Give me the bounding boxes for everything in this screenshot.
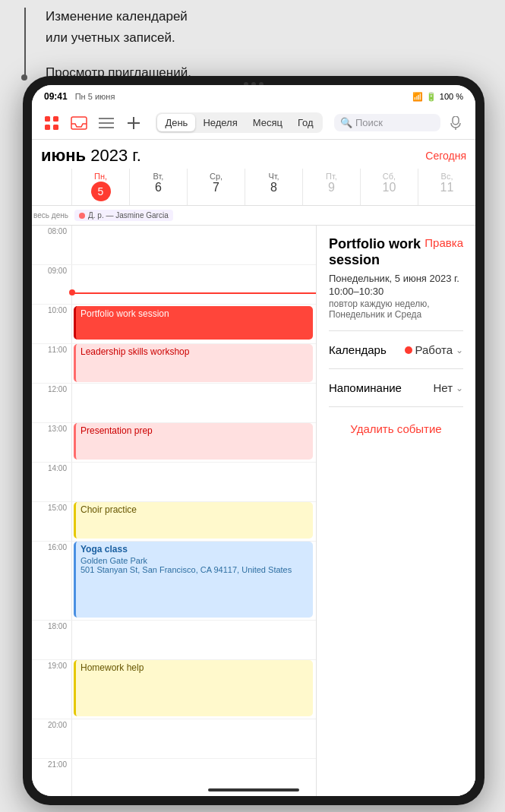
- detail-repeat: повтор каждую неделю, Понедельник и Сред…: [329, 299, 463, 320]
- time-label-2100: 21:00: [32, 759, 71, 796]
- ipad-screen: 09:41 Пн 5 июня 📶 🔋 100 %: [32, 85, 475, 796]
- day-headers: Пн, 5 Вт, 6 Ср, 7 Чт, 8 Пт, 9 Сб, 10: [32, 169, 475, 206]
- day-header-sun[interactable]: Вс, 11: [418, 169, 475, 205]
- main-content: 08:00 09:00: [32, 226, 475, 796]
- tab-day[interactable]: День: [157, 114, 195, 131]
- reminder-chevron-icon: ⌄: [456, 383, 463, 393]
- search-placeholder: Поиск: [355, 117, 383, 128]
- time-label-1600: 16:00: [32, 542, 71, 620]
- svg-rect-1: [53, 116, 58, 122]
- detail-pane: Portfolio work session Правка Понедельни…: [317, 226, 475, 796]
- current-time-dot: [69, 289, 75, 295]
- slot-content-1400: [71, 463, 316, 501]
- list-icon[interactable]: [96, 112, 117, 134]
- event-title-presentation: Presentation prep: [80, 425, 153, 436]
- event-title-leadership: Leadership skills workshop: [80, 346, 189, 357]
- time-label-1400: 14:00: [32, 463, 71, 501]
- day-label-sat: Сб,: [383, 172, 396, 181]
- day-num-tue: 6: [130, 181, 187, 194]
- slot-content-1300: Presentation prep: [71, 423, 316, 462]
- grid-icon[interactable]: [41, 112, 62, 134]
- event-homework[interactable]: Homework help: [74, 660, 313, 716]
- day-label-tue: Вт,: [153, 172, 164, 181]
- tab-year[interactable]: Год: [290, 114, 321, 131]
- annotation-line1: Изменение календарей: [46, 8, 289, 26]
- time-label-1000: 10:00: [32, 305, 71, 343]
- battery-percent: 100 %: [440, 92, 463, 101]
- day-num-sat: 10: [361, 181, 418, 194]
- annotation-block: Изменение календарей или учетных записей…: [46, 8, 289, 84]
- detail-date: Понедельник, 5 июня 2023 г.: [329, 273, 463, 284]
- svg-rect-0: [45, 116, 50, 122]
- event-title-choir: Choir practice: [80, 504, 137, 515]
- day-label-wed: Ср,: [210, 172, 223, 181]
- calendar-color-dot: [405, 346, 412, 354]
- event-title-homework: Homework help: [80, 662, 144, 673]
- event-choir[interactable]: Choir practice: [74, 502, 313, 539]
- slot-1000: 10:00 Portfolio work session: [32, 305, 316, 344]
- microphone-icon[interactable]: [445, 112, 466, 134]
- slot-content-1800: [71, 621, 316, 659]
- detail-reminder-row: Напоминание Нет ⌄: [329, 375, 463, 400]
- event-yoga-location: Golden Gate Park501 Stanyan St, San Fran…: [80, 556, 308, 574]
- event-presentation[interactable]: Presentation prep: [74, 423, 313, 460]
- toolbar-right: 🔍 Поиск: [334, 112, 466, 134]
- day-num-fri: 9: [303, 181, 360, 194]
- day-header-sat[interactable]: Сб, 10: [360, 169, 418, 205]
- event-leadership[interactable]: Leadership skills workshop: [74, 344, 313, 382]
- allday-event[interactable]: Д. р. — Jasmine Garcia: [74, 210, 173, 221]
- time-label-0800: 08:00: [32, 226, 71, 264]
- svg-rect-10: [453, 116, 459, 125]
- divider-3: [329, 406, 463, 407]
- event-portfolio[interactable]: Portfolio work session: [74, 306, 313, 340]
- slot-1500: 15:00 Choir practice: [32, 502, 316, 542]
- ipad-frame: 09:41 Пн 5 июня 📶 🔋 100 %: [23, 76, 484, 805]
- search-box[interactable]: 🔍 Поиск: [334, 114, 440, 131]
- detail-title-row: Portfolio work session Правка: [329, 236, 463, 268]
- day-header-wed[interactable]: Ср, 7: [187, 169, 245, 205]
- detail-calendar-value[interactable]: Работа ⌄: [405, 343, 464, 356]
- time-label-1100: 11:00: [32, 344, 71, 383]
- day-header-thu[interactable]: Чт, 8: [245, 169, 302, 205]
- month-header: июнь 2023 г. Сегодня: [32, 140, 475, 169]
- slot-0800: 08:00: [32, 226, 316, 265]
- slot-1900: 19:00 Homework help: [32, 660, 316, 719]
- slot-content-1500: Choir practice: [71, 502, 316, 541]
- detail-edit-button[interactable]: Правка: [425, 236, 463, 249]
- day-header-mon[interactable]: Пн, 5: [71, 169, 129, 205]
- add-event-button[interactable]: [123, 112, 144, 134]
- time-column-header: [32, 169, 71, 205]
- day-label-mon: Пн,: [94, 172, 107, 181]
- time-label-2000: 20:00: [32, 719, 71, 758]
- time-label-1500: 15:00: [32, 502, 71, 541]
- slot-content-1600: Yoga class Golden Gate Park501 Stanyan S…: [71, 542, 316, 620]
- slot-content-1100: Leadership skills workshop: [71, 344, 316, 383]
- day-header-tue[interactable]: Вт, 6: [129, 169, 187, 205]
- detail-title: Portfolio work session: [329, 236, 425, 268]
- tab-week[interactable]: Неделя: [195, 114, 245, 131]
- today-button[interactable]: Сегодня: [425, 150, 466, 162]
- event-yoga[interactable]: Yoga class Golden Gate Park501 Stanyan S…: [74, 542, 313, 618]
- event-title-yoga: Yoga class: [80, 544, 308, 554]
- status-bar: 09:41 Пн 5 июня 📶 🔋 100 %: [32, 85, 475, 106]
- inbox-icon[interactable]: [68, 112, 90, 134]
- day-num-thu: 8: [245, 181, 302, 194]
- view-tabs: День Неделя Месяц Год: [156, 112, 322, 133]
- divider-2: [329, 368, 463, 369]
- day-header-fri[interactable]: Пт, 9: [302, 169, 360, 205]
- slot-0900: 09:00: [32, 265, 316, 305]
- detail-time-row: 10:00–10:30: [329, 286, 463, 299]
- main-toolbar: День Неделя Месяц Год 🔍 Поиск: [32, 106, 475, 140]
- reminder-value-text: Нет: [433, 381, 453, 394]
- delete-event-button[interactable]: Удалить событие: [329, 422, 463, 435]
- detail-reminder-value[interactable]: Нет ⌄: [433, 381, 463, 394]
- svg-rect-3: [53, 125, 58, 130]
- slot-content-0800: [71, 226, 316, 264]
- slot-content-1000: Portfolio work session: [71, 305, 316, 343]
- slot-1300: 13:00 Presentation prep: [32, 423, 316, 463]
- time-label-1300: 13:00: [32, 423, 71, 462]
- tab-month[interactable]: Месяц: [245, 114, 290, 131]
- slot-content-2000: [71, 719, 316, 758]
- schedule-pane: 08:00 09:00: [32, 226, 317, 796]
- day-num-sun: 11: [418, 181, 475, 194]
